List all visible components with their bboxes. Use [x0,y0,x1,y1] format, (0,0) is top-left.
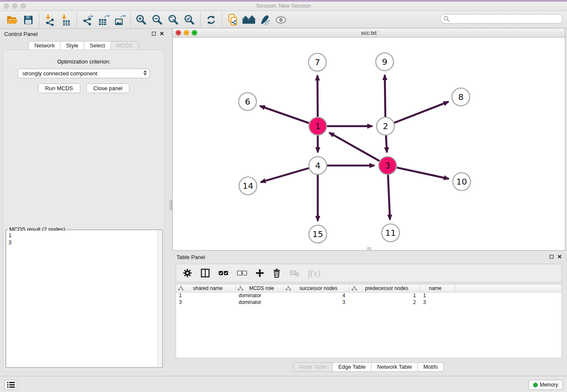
graph-edge-3-11[interactable] [388,175,390,220]
toolbar-separator [222,13,222,27]
graph-node-label-2: 2 [383,121,388,131]
sort-icon[interactable] [352,286,357,291]
cell-successor-nodes[interactable]: 3 [284,299,350,306]
graph-edge-1-6[interactable] [260,106,309,123]
tab-network-table[interactable]: Network Table [371,362,418,372]
float-table-panel-icon[interactable] [550,255,553,259]
run-mcds-button[interactable]: Run MCDS [38,83,80,93]
column-view-icon[interactable] [201,268,210,278]
graph-edge-4-14[interactable] [261,168,309,182]
export-table-icon[interactable] [96,13,112,27]
criterion-selected-value: strongly connected component [22,70,97,77]
zoom-out-icon[interactable] [149,13,165,27]
zoom-fit-icon[interactable] [165,13,182,27]
cell-successor-nodes[interactable]: 4 [284,293,350,299]
zoom-in-icon[interactable] [133,13,149,27]
delete-column-icon[interactable] [272,268,281,278]
sort-icon[interactable] [286,286,291,291]
criterion-select[interactable]: strongly connected component [18,69,150,78]
memory-button[interactable]: Memory [528,380,563,390]
close-panel-button[interactable]: Close panel [86,83,130,93]
graph-edge-2-8[interactable] [394,102,449,123]
mcds-result-group: MCDS result (2 nodes) 1 3 [6,229,163,368]
network-graph[interactable]: 7968124314101511 [173,38,565,250]
graph-edge-2-3[interactable] [386,135,387,152]
network-window-titlebar[interactable]: ✕ − + scc.txt [173,28,565,38]
home-icon[interactable] [241,13,257,27]
cell-mcds-role[interactable]: dominator [236,293,284,299]
import-table-icon[interactable] [58,13,74,27]
zoom-selected-icon[interactable] [182,13,198,27]
tab-style[interactable]: Style [60,41,84,50]
tab-network[interactable]: Network [28,41,61,50]
control-panel-tabs: Network Style Select MCDS [0,41,168,50]
close-table-panel-icon[interactable]: ✕ [557,254,562,259]
cell-predecessor-nodes[interactable]: 1 [350,293,420,299]
table-row[interactable]: 1 dominator 4 1 1 [176,293,561,299]
search-input[interactable] [440,14,563,24]
memory-status-icon [533,383,538,387]
add-column-icon[interactable] [256,269,264,277]
titlebar: Session: New Session [0,0,567,11]
node-table: shared name MCDS role successor nodes pr… [176,284,562,358]
graph-node-label-4: 4 [315,160,321,171]
import-network-icon[interactable] [42,13,58,27]
column-header-shared-name[interactable]: shared name [176,284,236,292]
cell-name[interactable]: 1 [420,293,456,299]
refresh-icon[interactable] [203,13,219,27]
column-header-predecessor-nodes[interactable]: predecessor nodes [350,284,420,292]
sort-icon[interactable] [238,286,243,291]
export-network-icon[interactable] [80,13,96,27]
cell-name[interactable]: 3 [420,299,456,306]
mcds-result-text[interactable]: 1 3 [7,231,157,367]
window-title: Session: New Session [0,3,567,9]
graph-node-label-7: 7 [315,57,320,67]
clone-network-icon[interactable] [225,13,241,27]
table-row[interactable]: 3 dominator 3 2 3 [176,299,561,306]
tab-edge-table[interactable]: Edge Table [332,362,372,372]
cell-shared-name[interactable]: 1 [176,293,236,299]
horizontal-scrollbar-thumb[interactable] [367,247,371,251]
column-header-mcds-role[interactable]: MCDS role [236,284,284,292]
apply-style-icon[interactable] [257,13,273,27]
status-bar: Memory [0,376,567,392]
result-scrollbar[interactable] [157,231,162,367]
float-panel-icon[interactable] [152,32,156,36]
graph-node-label-1: 1 [315,121,321,131]
tab-mcds[interactable]: MCDS [110,41,138,50]
network-canvas[interactable]: 7968124314101511 [173,38,565,250]
toolbar-separator [39,13,39,27]
tab-node-table[interactable]: Node Table [293,362,333,372]
open-session-icon[interactable] [4,13,20,27]
graph-edge-1-7[interactable] [317,75,318,117]
export-image-icon[interactable] [112,13,128,27]
memory-label: Memory [540,382,558,388]
divider-scrollbar[interactable] [170,199,172,210]
table-header: shared name MCDS role successor nodes pr… [176,284,561,293]
task-list-icon [7,382,15,388]
column-header-name[interactable]: name [420,284,456,292]
task-history-button[interactable] [4,380,17,390]
cell-mcds-role[interactable]: dominator [236,299,284,306]
tab-select[interactable]: Select [84,41,111,50]
settings-gear-icon[interactable] [183,268,192,278]
graph-edge-3-10[interactable] [396,168,449,179]
table-panel: Table Panel ✕ [172,252,565,376]
graph-edge-3-1[interactable] [329,133,380,161]
cell-predecessor-nodes[interactable]: 2 [350,299,420,306]
unselect-all-icon[interactable] [237,270,247,276]
function-builder-icon: f(x) [308,268,320,279]
save-session-icon[interactable] [20,13,36,27]
network-view-window: ✕ − + scc.txt 7968124314101511 [172,28,565,251]
sort-icon[interactable] [178,286,184,291]
tab-motifs[interactable]: Motifs [417,362,444,372]
toolbar-separator [200,13,201,27]
eye-icon[interactable] [273,13,289,27]
control-panel: Control Panel ✕ Network Style Select MCD… [0,29,168,373]
close-panel-icon[interactable]: ✕ [160,31,164,36]
select-all-icon[interactable] [218,270,228,276]
column-header-successor-nodes[interactable]: successor nodes [284,284,350,292]
titlebar-accent [0,0,567,2]
cell-shared-name[interactable]: 3 [176,299,236,306]
graph-edge-2-9[interactable] [385,75,385,117]
